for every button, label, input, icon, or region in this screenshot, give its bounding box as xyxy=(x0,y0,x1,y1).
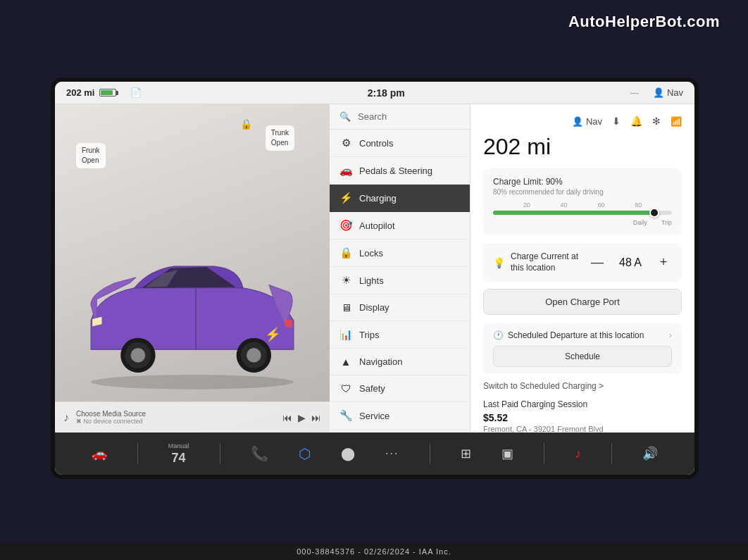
separator: --- xyxy=(630,88,639,98)
charge-thumb[interactable] xyxy=(649,208,659,218)
car-icon: 🚗 xyxy=(92,446,107,461)
charge-current-label: Charge Current at this location xyxy=(511,251,578,273)
bell-icon: 🔔 xyxy=(630,116,642,127)
bluetooth-icon: ✻ xyxy=(652,116,661,127)
taskbar-cards[interactable]: ▣ xyxy=(501,446,513,461)
taskbar-more[interactable]: ··· xyxy=(385,447,399,460)
menu-item-search[interactable]: 🔍 Search xyxy=(330,104,470,130)
charge-current-icon: 💡 xyxy=(493,257,505,268)
temperature-value: 74 xyxy=(172,451,186,466)
trip-label: Trip xyxy=(661,219,672,226)
car-panel: Frunk Open Trunk Open 🔒 xyxy=(55,104,330,433)
taskbar-phone[interactable]: 📞 xyxy=(251,445,268,462)
play-button[interactable]: ▶ xyxy=(298,412,306,423)
last-charging-amount: $5.52 xyxy=(483,412,682,423)
decrease-current-button[interactable]: — xyxy=(589,254,606,271)
controls-label: Controls xyxy=(359,138,393,149)
taskbar-camera[interactable]: ⬤ xyxy=(341,446,355,461)
trunk-label: Trunk Open xyxy=(266,125,294,151)
display-label: Display xyxy=(359,302,389,313)
menu-item-service[interactable]: 🔧 Service xyxy=(330,402,470,430)
battery-fill xyxy=(101,90,113,95)
range-status: 202 mi xyxy=(66,87,116,98)
nav-status: 👤 Nav xyxy=(653,87,683,98)
menu-item-navigation[interactable]: ▲ Navigation xyxy=(330,349,470,375)
current-value: 48 A xyxy=(613,256,648,269)
controls-icon: ⚙ xyxy=(339,137,352,149)
taskbar-divider-5 xyxy=(611,443,612,464)
menu-item-trips[interactable]: 📊 Trips xyxy=(330,321,470,349)
tesla-screen: 202 mi 📄 2:18 pm --- 👤 Nav Frunk Open xyxy=(51,77,699,479)
range-display: 202 mi xyxy=(483,134,682,160)
menu-item-autopilot[interactable]: 🎯 Autopilot xyxy=(330,212,470,239)
charge-limit-sublabel: 80% recommended for daily driving xyxy=(493,188,672,196)
autopilot-icon: 🎯 xyxy=(339,219,352,232)
media-source-label: Choose Media Source xyxy=(76,410,275,418)
svg-point-0 xyxy=(91,375,294,390)
person-icon-status: 👤 xyxy=(653,87,664,98)
svg-point-6 xyxy=(247,348,261,363)
media-controls: ⏮ ▶ ⏭ xyxy=(282,412,321,423)
taskbar-volume[interactable]: 🔊 xyxy=(642,446,658,461)
menu-item-lights[interactable]: ☀ Lights xyxy=(330,267,470,294)
bluetooth-taskbar-icon: ⬡ xyxy=(299,445,311,462)
charging-label: Charging xyxy=(359,193,397,204)
charge-current-section: 💡 Charge Current at this location — 48 A… xyxy=(483,243,682,282)
file-icon: 📄 xyxy=(130,87,142,98)
navigation-icon: ▲ xyxy=(339,356,352,368)
open-charge-port-button[interactable]: Open Charge Port xyxy=(483,289,682,315)
volume-icon: 🔊 xyxy=(642,446,658,461)
cards-icon: ▣ xyxy=(501,446,513,461)
taskbar-divider-1 xyxy=(137,443,138,464)
status-bar: 202 mi 📄 2:18 pm --- 👤 Nav xyxy=(55,82,694,104)
last-charging-section: Last Paid Charging Session $5.52 Fremont… xyxy=(483,399,682,433)
content-top-icons: 👤 Nav ⬇ 🔔 ✻ 📶 xyxy=(483,116,682,127)
menu-item-charging[interactable]: ⚡ Charging xyxy=(330,185,470,212)
prev-button[interactable]: ⏮ xyxy=(282,412,292,423)
service-icon: 🔧 xyxy=(339,409,352,422)
schedule-button[interactable]: Schedule xyxy=(493,346,672,367)
charge-current-left: 💡 Charge Current at this location xyxy=(493,251,578,273)
lights-label: Lights xyxy=(359,275,384,286)
menu-item-pedals[interactable]: 🚗 Pedals & Steering xyxy=(330,157,470,185)
camera-icon: ⬤ xyxy=(341,446,355,461)
taskbar-divider-2 xyxy=(220,443,220,464)
navigation-label: Navigation xyxy=(359,356,402,367)
last-charging-title: Last Paid Charging Session xyxy=(483,399,682,409)
menu-item-locks[interactable]: 🔒 Locks xyxy=(330,239,470,267)
menu-item-controls[interactable]: ⚙ Controls xyxy=(330,130,470,157)
charge-labels: Daily Trip xyxy=(493,219,672,226)
charge-scale: 20 40 60 80 xyxy=(493,201,672,209)
charge-current-controls: — 48 A + xyxy=(589,254,672,271)
scheduled-label: 🕐 Scheduled Departure at this location xyxy=(493,330,644,340)
frunk-text: Frunk xyxy=(82,146,100,156)
nav-person: 👤 Nav xyxy=(572,116,602,127)
search-label: Search xyxy=(358,111,387,122)
menu-item-safety[interactable]: 🛡 Safety xyxy=(330,375,470,402)
next-button[interactable]: ⏭ xyxy=(311,412,321,423)
frunk-open-text: Open xyxy=(82,156,100,166)
svg-point-3 xyxy=(131,348,146,363)
charging-icon: ⚡ xyxy=(339,192,352,204)
increase-current-button[interactable]: + xyxy=(655,254,672,271)
taskbar-climate[interactable]: Manual 74 xyxy=(168,442,189,466)
music-taskbar-icon: ♪ xyxy=(575,447,581,461)
media-bar: ♪ Choose Media Source ✖ No device connec… xyxy=(55,402,330,433)
charge-track xyxy=(493,211,672,215)
taskbar-grid[interactable]: ⊞ xyxy=(461,446,471,461)
taskbar-bluetooth[interactable]: ⬡ xyxy=(299,445,311,462)
charge-slider[interactable]: 20 40 60 80 xyxy=(493,201,672,215)
taskbar-divider-4 xyxy=(544,443,544,464)
switch-charging-link[interactable]: Switch to Scheduled Charging > xyxy=(483,381,682,391)
charging-panel: 👤 Nav ⬇ 🔔 ✻ 📶 202 mi Charge Limit: 90% 8… xyxy=(470,104,694,433)
daily-label: Daily xyxy=(633,219,647,226)
taskbar-music[interactable]: ♪ xyxy=(575,447,581,461)
trunk-open-text: Open xyxy=(271,138,289,148)
taskbar-car[interactable]: 🚗 xyxy=(92,446,107,461)
locks-icon: 🔒 xyxy=(339,247,352,259)
menu-item-display[interactable]: 🖥 Display xyxy=(330,294,470,321)
lock-icon: 🔒 xyxy=(240,118,252,130)
music-icon: ♪ xyxy=(63,411,69,424)
trips-label: Trips xyxy=(359,330,379,340)
more-icon: ··· xyxy=(385,447,399,460)
